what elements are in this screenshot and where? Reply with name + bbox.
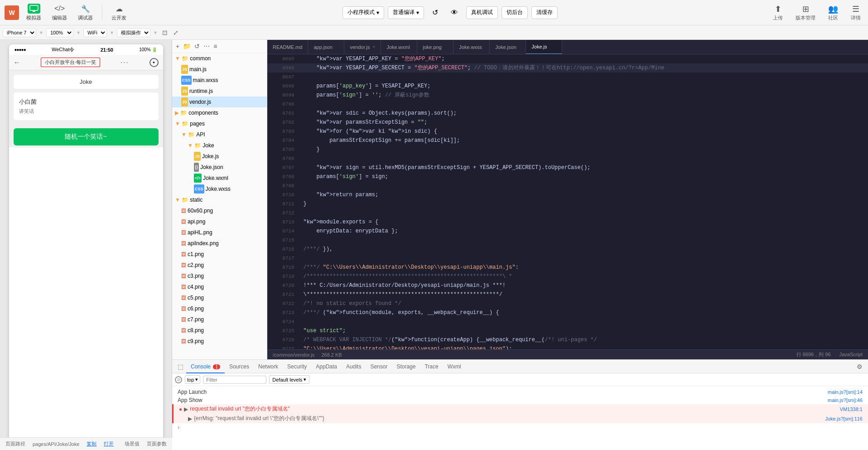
- tab-vendorjs[interactable]: vendor.js ×: [344, 40, 381, 54]
- simulator-icon: [28, 4, 40, 14]
- dev-tab-console[interactable]: Console 1: [186, 360, 225, 373]
- tree-item-apihl-png[interactable]: 🖼apiHL.png: [172, 227, 267, 238]
- network-selector[interactable]: WiFi: [83, 28, 107, 37]
- path-label: 页面路径: [5, 440, 25, 447]
- collapse-tree-button[interactable]: ≡: [212, 42, 218, 51]
- tab-jokewxml[interactable]: Joke.wxml: [381, 40, 417, 54]
- tree-item-joke[interactable]: ▼ 📁Joke: [172, 140, 267, 151]
- tree-item-runtime-js[interactable]: JSruntime.js: [172, 86, 267, 97]
- png-icon: 🖼: [181, 261, 186, 270]
- refresh-tree-button[interactable]: ↺: [193, 42, 201, 51]
- action-selector[interactable]: 模拟操作: [117, 28, 150, 37]
- cloud-button[interactable]: ☁ 云开发: [108, 2, 130, 23]
- version-button[interactable]: ⊞ 版本管理: [793, 3, 818, 22]
- dev-tab-audits[interactable]: Audits: [342, 360, 366, 373]
- tab-readme[interactable]: README.md: [267, 40, 308, 54]
- line-code-8727: "C:\\Users\\Administrator\\Desktop\\yesa…: [300, 344, 868, 349]
- expand-detail-icon[interactable]: ▶: [188, 416, 192, 422]
- open-link[interactable]: 打开: [104, 440, 114, 447]
- tree-item-c6-png[interactable]: 🖼c6.png: [172, 303, 267, 314]
- tree-item-c9-png[interactable]: 🖼c9.png: [172, 336, 267, 347]
- random-joke-button[interactable]: 随机一个笑话~: [14, 128, 159, 145]
- dev-tab-security[interactable]: Security: [283, 360, 311, 373]
- cutscreen-button[interactable]: 切后台: [502, 6, 528, 19]
- error-file-2[interactable]: Joke.js?[sm]:116: [825, 416, 863, 421]
- tab-jokewxss[interactable]: Joke.wxss: [453, 40, 490, 54]
- no-filter-icon[interactable]: ⊘: [175, 376, 182, 383]
- top-selector[interactable]: top ▾: [185, 375, 200, 384]
- simulator-button[interactable]: 模拟器: [23, 2, 45, 23]
- tree-item-common[interactable]: ▼ 📁common: [172, 53, 267, 64]
- dev-tab-trace[interactable]: Trace: [420, 360, 443, 373]
- tree-item-c1-png[interactable]: 🖼c1.png: [172, 249, 267, 260]
- tree-item-api[interactable]: ▼ 📁API: [172, 129, 267, 140]
- add-folder-button[interactable]: 📁: [182, 42, 192, 51]
- add-file-button[interactable]: +: [175, 42, 180, 51]
- tab-jokejson-label: Joke.json: [495, 44, 516, 50]
- editor-button[interactable]: </> 编辑器: [48, 2, 71, 23]
- preview-eye-button[interactable]: 👁: [446, 6, 463, 19]
- refresh-button[interactable]: ↺: [428, 6, 443, 19]
- tree-item-main-wxss[interactable]: CSSmain.wxss: [172, 75, 267, 86]
- details-button[interactable]: ☰ 详情: [848, 3, 863, 22]
- line-num-8714: 8714: [267, 227, 300, 236]
- dev-tab-appdata[interactable]: AppData: [311, 360, 342, 373]
- tree-item-static[interactable]: ▼ 📁static: [172, 194, 267, 205]
- dev-tab-wxml[interactable]: Wxml: [443, 360, 466, 373]
- dev-tab-network[interactable]: Network: [254, 360, 283, 373]
- tree-item-c8-png[interactable]: 🖼c8.png: [172, 325, 267, 336]
- svg-rect-0: [30, 5, 38, 10]
- devtools-settings-button[interactable]: ⚙: [854, 362, 865, 371]
- tab-jokepng[interactable]: joke.png: [417, 40, 453, 54]
- line-num-8712: 8712: [267, 208, 300, 218]
- more-tree-button[interactable]: ⋯: [203, 42, 211, 51]
- clearcache-button[interactable]: 清缓存: [531, 6, 558, 19]
- line-code-8701: "kw">var sdic = Object.keys(params).sort…: [300, 109, 868, 118]
- tab-appjson[interactable]: app.json: [308, 40, 344, 54]
- tree-item-joke-wxss[interactable]: CSSJoke.wxss: [172, 184, 267, 194]
- tree-item-main-js[interactable]: JSmain.js: [172, 64, 267, 75]
- tree-item-pages[interactable]: ▼ 📁pages: [172, 118, 267, 129]
- close-vendorjs[interactable]: ×: [372, 44, 375, 49]
- device-selector[interactable]: iPhone 7: [3, 28, 36, 37]
- layout-icon[interactable]: ⊡: [160, 29, 169, 36]
- dev-tab-storage[interactable]: Storage: [392, 360, 420, 373]
- zoom-selector[interactable]: 100%: [46, 28, 73, 37]
- tab-jokejs[interactable]: Joke.js: [526, 40, 562, 54]
- console-filter-input[interactable]: [203, 376, 266, 384]
- tree-item-components[interactable]: ▶ 📁components: [172, 107, 267, 118]
- tree-item-60x60-png[interactable]: 🖼60x60.png: [172, 205, 267, 216]
- tab-jokejson[interactable]: Joke.json: [490, 40, 526, 54]
- tree-item-apiindex-png[interactable]: 🖼apiIndex.png: [172, 238, 267, 249]
- phone-record-btn[interactable]: ●: [149, 58, 159, 67]
- tree-item-c7-png[interactable]: 🖼c7.png: [172, 314, 267, 325]
- community-button[interactable]: 👥 社区: [825, 3, 841, 22]
- tree-item-joke-json[interactable]: {}Joke.json: [172, 162, 267, 173]
- compile-selector[interactable]: 普通编译 ▾: [388, 6, 424, 19]
- app-show-file[interactable]: main.js?[sm]:46: [828, 397, 863, 403]
- default-levels-selector[interactable]: Default levels ▾: [269, 375, 309, 384]
- mode-selector[interactable]: 小程序模式 ▾: [342, 6, 384, 19]
- device-debug-button[interactable]: 真机调试: [466, 6, 498, 19]
- app-launch-file[interactable]: main.js?[sm]:14: [828, 389, 863, 395]
- line-code-8723: /***/ ("kw">function(module, exports, __…: [300, 308, 868, 317]
- error-file-1[interactable]: VM1338:1: [840, 406, 863, 412]
- expand-icon[interactable]: ⤢: [171, 29, 180, 36]
- upload-button[interactable]: ⬆ 上传: [770, 3, 786, 22]
- tree-item-vendor-js[interactable]: JSvendor.js: [172, 97, 267, 107]
- tree-item-c4-png[interactable]: 🖼c4.png: [172, 281, 267, 292]
- copy-link[interactable]: 复制: [87, 440, 96, 447]
- tree-item-c2-png[interactable]: 🖼c2.png: [172, 260, 267, 271]
- devtools-cursor-icon[interactable]: ⬚: [175, 363, 186, 370]
- expand-arrow-icon[interactable]: ▶: [184, 406, 188, 412]
- debugger-button[interactable]: 🔧 调试器: [74, 2, 96, 23]
- tree-item-c5-png[interactable]: 🖼c5.png: [172, 292, 267, 303]
- tree-item-c3-png[interactable]: 🖼c3.png: [172, 271, 267, 281]
- dev-tab-sources[interactable]: Sources: [225, 360, 254, 373]
- tree-item-joke-js[interactable]: JSJoke.js: [172, 151, 267, 162]
- bottom-right: 场景值 页面参数: [125, 440, 167, 447]
- dev-tab-sensor[interactable]: Sensor: [366, 360, 392, 373]
- tree-item-joke-wxml[interactable]: </>Joke.wxml: [172, 173, 267, 184]
- code-area[interactable]: 8695 "kw">var YESAPI_APP_KEY = "您的APP_KE…: [267, 54, 868, 349]
- tree-item-api-png[interactable]: 🖼api.png: [172, 216, 267, 227]
